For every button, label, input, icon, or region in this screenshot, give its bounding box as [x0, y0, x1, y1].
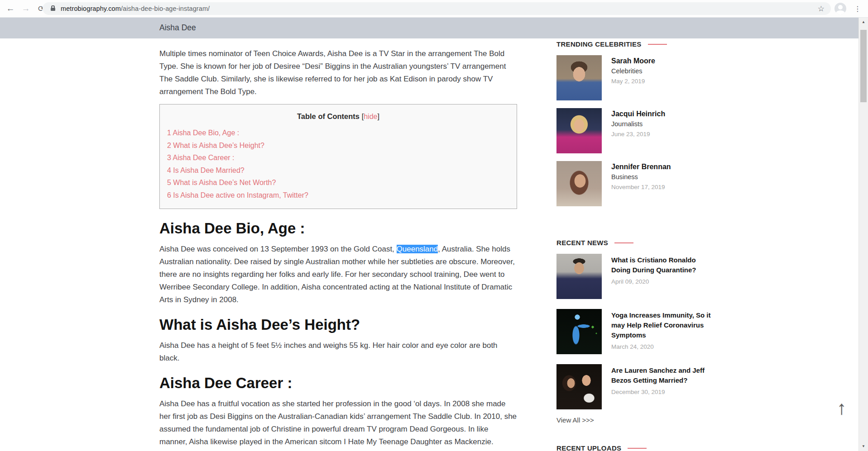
news-meta: Are Lauren Sanchez and Jeff Bezos Gettin… — [611, 364, 715, 409]
page-title: Aisha Dee — [159, 17, 196, 38]
height-paragraph: Aisha Dee has a height of 5 feet 5½ inch… — [159, 339, 517, 365]
scrollbar-up-button[interactable]: ▲ — [859, 18, 868, 26]
address-bar[interactable]: metrobiography.com/aisha-dee-bio-age-ins… — [43, 2, 831, 15]
scrollbar-down-button[interactable]: ▼ — [859, 442, 868, 450]
news-date: December 30, 2019 — [611, 389, 715, 395]
toc-item: 3 Aisha Dee Career : — [167, 152, 509, 164]
news-date: April 09, 2020 — [611, 278, 715, 285]
profile-avatar[interactable] — [834, 3, 846, 14]
intro-paragraph: Multiple times nominator of Teen Choice … — [159, 47, 517, 98]
toc-link-net-worth[interactable]: 5 What is Aisha Dee’s Net Worth? — [167, 179, 276, 186]
celebrity-category: Journalists — [611, 120, 665, 128]
celebrity-date: May 2, 2019 — [611, 78, 655, 85]
news-date: March 24, 2020 — [611, 343, 715, 350]
career-paragraph: Aisha Dee has a fruitful vocation as she… — [159, 398, 517, 448]
news-title[interactable]: What is Cristiano Ronaldo Doing During Q… — [611, 255, 715, 275]
toc-title: Table of Contents — [297, 112, 360, 120]
selected-text-queensland: Queensland — [397, 245, 438, 253]
browser-toolbar: ← → ⟳ metrobiography.com/aisha-dee-bio-a… — [0, 0, 868, 18]
celebrity-meta: Sarah Moore Celebrities May 2, 2019 — [611, 55, 655, 100]
heading-career: Aisha Dee Career : — [159, 375, 517, 392]
celebrity-item-jacqui-heinrich[interactable]: Jacqui Heinrich Journalists June 23, 201… — [556, 108, 720, 153]
toc-link-career[interactable]: 3 Aisha Dee Career : — [167, 154, 235, 161]
celebrity-date: June 23, 2019 — [611, 131, 665, 138]
celebrity-name[interactable]: Jennifer Brennan — [611, 163, 671, 171]
celebrity-category: Business — [611, 173, 671, 180]
news-item-ronaldo[interactable]: What is Cristiano Ronaldo Doing During Q… — [556, 254, 720, 299]
heading-accent-line — [648, 44, 667, 45]
toc-item: 1 Aisha Dee Bio, Age : — [167, 127, 509, 139]
celebrity-category: Celebrities — [611, 67, 655, 75]
recent-uploads-title: RECENT UPLOADS — [556, 444, 621, 451]
celebrity-item-jennifer-brennan[interactable]: Jennifer Brennan Business November 17, 2… — [556, 161, 720, 206]
celebrity-date: November 17, 2019 — [611, 184, 671, 190]
browser-menu-icon[interactable]: ⋮ — [853, 0, 862, 17]
celebrity-name[interactable]: Jacqui Heinrich — [611, 110, 665, 118]
toc-link-bio-age[interactable]: 1 Aisha Dee Bio, Age : — [167, 129, 239, 137]
table-of-contents: Table of Contents [hide] 1 Aisha Dee Bio… — [159, 104, 517, 209]
toc-item: 4 Is Aisha Dee Married? — [167, 164, 509, 177]
page-scrollbar[interactable]: ▲ ▼ — [858, 17, 868, 451]
site-header-bar: Aisha Dee — [0, 17, 858, 38]
toc-bracket-close: ] — [377, 112, 379, 120]
bookmark-star-icon[interactable]: ☆ — [818, 4, 825, 14]
celebrity-meta: Jennifer Brennan Business November 17, 2… — [611, 161, 671, 206]
sidebar: TRENDING CELEBRITIES Sarah Moore Celebri… — [556, 38, 720, 451]
celebrity-name[interactable]: Sarah Moore — [611, 57, 655, 65]
news-meta: What is Cristiano Ronaldo Doing During Q… — [611, 254, 715, 299]
heading-height: What is Aisha Dee’s Height? — [159, 316, 517, 333]
url-domain: metrobiography.com — [61, 5, 121, 12]
browser-forward-button[interactable]: → — [18, 0, 34, 17]
back-icon: ← — [6, 4, 15, 14]
article-column: Multiple times nominator of Teen Choice … — [159, 38, 517, 451]
sanchez-bezos-photo[interactable] — [556, 364, 602, 409]
celebrity-item-sarah-moore[interactable]: Sarah Moore Celebrities May 2, 2019 — [556, 55, 720, 100]
heading-accent-line — [628, 448, 647, 449]
sarah-moore-photo[interactable] — [556, 55, 602, 100]
toc-item: 2 What is Aisha Dee’s Height? — [167, 139, 509, 152]
news-title[interactable]: Yoga Increases Immunity, So it may Help … — [611, 310, 715, 340]
toc-hide-link[interactable]: hide — [364, 113, 377, 120]
heading-accent-line — [614, 242, 633, 243]
recent-news-heading: RECENT NEWS — [556, 239, 720, 247]
toc-list: 1 Aisha Dee Bio, Age : 2 What is Aisha D… — [167, 127, 509, 201]
url-path: /aisha-dee-bio-age-instagram/ — [121, 5, 210, 12]
recent-uploads-heading: RECENT UPLOADS — [556, 444, 720, 451]
bio-text-before: Aisha Dee was conceived on 13 September … — [159, 245, 397, 253]
bio-text-after: , Australia. She holds Australian nation… — [159, 245, 515, 304]
page-url: metrobiography.com/aisha-dee-bio-age-ins… — [61, 5, 210, 12]
news-meta: Yoga Increases Immunity, So it may Help … — [611, 309, 715, 354]
toc-link-instagram[interactable]: 6 Is Aisha Dee active on Instagram, Twit… — [167, 191, 308, 199]
back-to-top-button[interactable]: ↑ — [837, 397, 846, 419]
celebrity-meta: Jacqui Heinrich Journalists June 23, 201… — [611, 108, 665, 153]
scrollbar-thumb[interactable] — [860, 30, 867, 102]
trending-celebrities-heading: TRENDING CELEBRITIES — [556, 40, 720, 48]
jacqui-heinrich-photo[interactable] — [556, 108, 602, 153]
news-item-yoga[interactable]: Yoga Increases Immunity, So it may Help … — [556, 309, 720, 354]
heading-bio-age: Aisha Dee Bio, Age : — [159, 220, 517, 237]
view-all-link[interactable]: View All >>> — [556, 416, 594, 424]
news-title[interactable]: Are Lauren Sanchez and Jeff Bezos Gettin… — [611, 366, 715, 385]
yoga-xray-photo[interactable] — [556, 309, 602, 354]
toc-item: 5 What is Aisha Dee’s Net Worth? — [167, 176, 509, 189]
toc-item: 6 Is Aisha Dee active on Instagram, Twit… — [167, 189, 509, 202]
recent-news-title: RECENT NEWS — [556, 239, 608, 247]
bio-paragraph: Aisha Dee was conceived on 13 September … — [159, 243, 517, 306]
browser-back-button[interactable]: ← — [3, 0, 18, 17]
jennifer-brennan-photo[interactable] — [556, 161, 602, 206]
news-item-bezos[interactable]: Are Lauren Sanchez and Jeff Bezos Gettin… — [556, 364, 720, 409]
toc-link-married[interactable]: 4 Is Aisha Dee Married? — [167, 166, 245, 174]
toc-link-height[interactable]: 2 What is Aisha Dee’s Height? — [167, 142, 264, 149]
toc-title-row: Table of Contents [hide] — [167, 111, 509, 122]
trending-celebrities-title: TRENDING CELEBRITIES — [556, 40, 642, 48]
forward-icon: → — [22, 4, 30, 14]
lock-icon — [51, 8, 55, 11]
cristiano-ronaldo-photo[interactable] — [556, 254, 602, 299]
